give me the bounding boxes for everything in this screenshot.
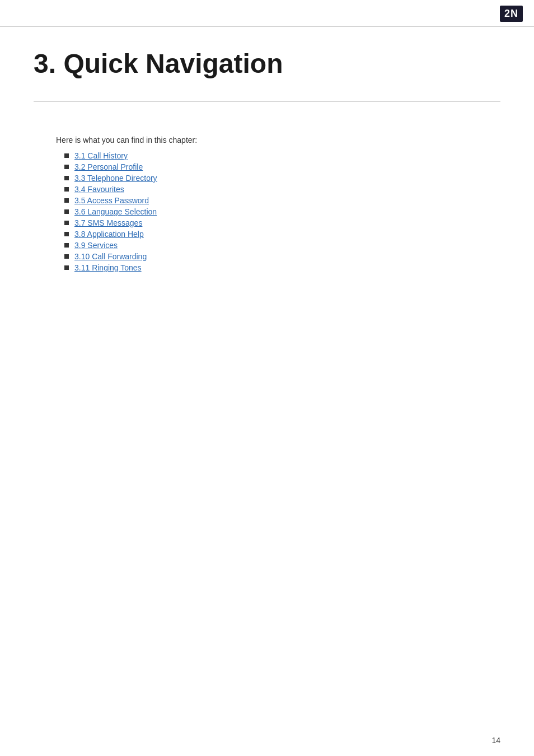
list-item: 3.11 Ringing Tones — [64, 263, 500, 272]
list-item: 3.5 Access Password — [64, 196, 500, 205]
toc-link-3-10[interactable]: 3.10 Call Forwarding — [74, 252, 147, 261]
list-item: 3.9 Services — [64, 241, 500, 250]
toc-list: 3.1 Call History3.2 Personal Profile3.3 … — [64, 151, 500, 272]
list-item: 3.7 SMS Messages — [64, 218, 500, 227]
toc-link-3-3[interactable]: 3.3 Telephone Directory — [74, 174, 157, 183]
chapter-title-text: Quick Navigation — [63, 49, 283, 78]
bullet-icon — [64, 153, 69, 158]
page-footer: 14 — [491, 736, 500, 745]
list-item: 3.4 Favourites — [64, 185, 500, 194]
list-item: 3.2 Personal Profile — [64, 162, 500, 171]
toc-link-3-2[interactable]: 3.2 Personal Profile — [74, 162, 143, 171]
toc-link-3-7[interactable]: 3.7 SMS Messages — [74, 218, 142, 227]
bullet-icon — [64, 232, 69, 236]
bullet-icon — [64, 265, 69, 270]
bullet-icon — [64, 187, 69, 192]
bullet-icon — [64, 243, 69, 248]
toc-link-3-6[interactable]: 3.6 Language Selection — [74, 207, 157, 216]
list-item: 3.3 Telephone Directory — [64, 174, 500, 183]
page-title: 3. Quick Navigation — [34, 49, 500, 79]
top-bar: 2N — [0, 0, 534, 27]
list-item: 3.8 Application Help — [64, 230, 500, 239]
toc-link-3-1[interactable]: 3.1 Call History — [74, 151, 128, 160]
page-number: 14 — [491, 736, 500, 745]
list-item: 3.6 Language Selection — [64, 207, 500, 216]
list-item: 3.1 Call History — [64, 151, 500, 160]
toc-link-3-5[interactable]: 3.5 Access Password — [74, 196, 149, 205]
chapter-intro: Here is what you can find in this chapte… — [56, 136, 500, 144]
bullet-icon — [64, 176, 69, 180]
main-content: 3. Quick Navigation Here is what you can… — [0, 27, 534, 308]
bullet-icon — [64, 254, 69, 259]
toc-link-3-11[interactable]: 3.11 Ringing Tones — [74, 263, 142, 272]
toc-link-3-8[interactable]: 3.8 Application Help — [74, 230, 144, 239]
bullet-icon — [64, 221, 69, 225]
toc-link-3-4[interactable]: 3.4 Favourites — [74, 185, 124, 194]
bullet-icon — [64, 198, 69, 203]
section-divider — [34, 101, 500, 102]
toc-link-3-9[interactable]: 3.9 Services — [74, 241, 118, 250]
bullet-icon — [64, 209, 69, 214]
list-item: 3.10 Call Forwarding — [64, 252, 500, 261]
logo: 2N — [500, 6, 523, 22]
chapter-number: 3. — [34, 49, 56, 78]
bullet-icon — [64, 165, 69, 169]
